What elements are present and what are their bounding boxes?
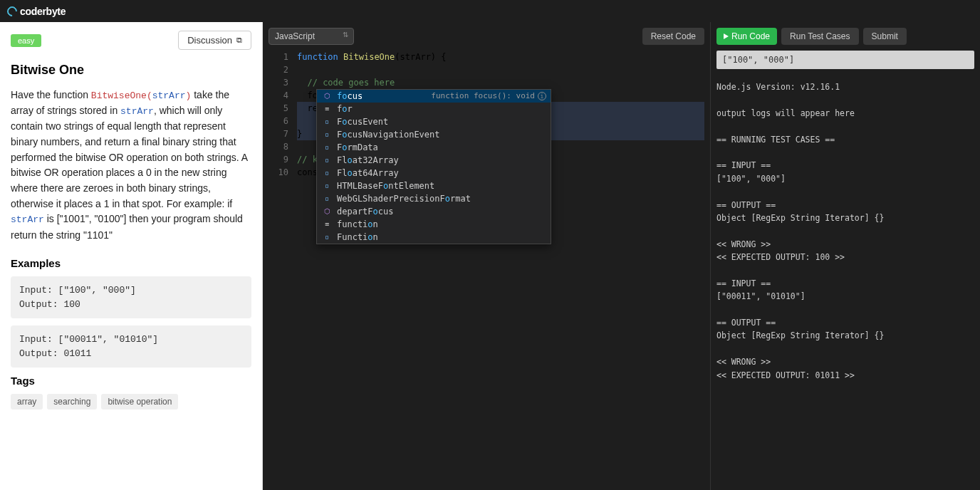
symbol-icon: ▫ <box>321 231 333 244</box>
line-gutter: 12345678910 <box>269 51 297 484</box>
symbol-icon: ▫ <box>321 128 333 141</box>
code-editor[interactable]: 12345678910 function BitwiseOne(strArr) … <box>269 51 704 484</box>
run-code-button[interactable]: Run Code <box>716 28 777 45</box>
test-input-box[interactable]: ["100", "000"] <box>716 51 974 69</box>
problem-title: Bitwise One <box>11 63 251 78</box>
play-icon <box>724 33 729 39</box>
autocomplete-item[interactable]: ▫FocusEvent <box>317 115 551 128</box>
reset-code-button[interactable]: Reset Code <box>642 28 704 45</box>
autocomplete-item[interactable]: ≡function <box>317 218 551 231</box>
run-tests-button[interactable]: Run Test Cases <box>781 28 859 45</box>
language-select[interactable]: JavaScript <box>269 28 354 45</box>
tag-item[interactable]: searching <box>47 394 97 410</box>
example-2: Input: ["00011", "01010"] Output: 01011 <box>11 325 251 368</box>
tag-item[interactable]: bitwise operation <box>101 394 178 410</box>
autocomplete-item[interactable]: ▫HTMLBaseFontElement <box>317 179 551 192</box>
info-icon[interactable]: i <box>538 92 546 100</box>
console-output: Node.js Version: v12.16.1 output logs wi… <box>716 80 974 382</box>
autocomplete-item[interactable]: ▫FormData <box>317 141 551 154</box>
example-1: Input: ["100", "000"] Output: 100 <box>11 276 251 318</box>
brand-text: coderbyte <box>20 6 66 17</box>
logo-icon <box>5 4 19 19</box>
submit-button[interactable]: Submit <box>863 28 907 45</box>
autocomplete-item[interactable]: ▫Float64Array <box>317 167 551 179</box>
autocomplete-hint: function focus(): void <box>424 90 535 103</box>
external-link-icon: ⧉ <box>236 36 242 45</box>
symbol-icon: ≡ <box>321 103 333 115</box>
autocomplete-item[interactable]: ⬡focusfunction focus(): voidi <box>317 90 551 103</box>
autocomplete-item[interactable]: ▫FocusNavigationEvent <box>317 128 551 141</box>
app-header: coderbyte <box>0 0 980 22</box>
autocomplete-popup[interactable]: ⬡focusfunction focus(): voidi ≡for ▫Focu… <box>316 89 551 244</box>
symbol-icon: ⬡ <box>321 205 333 218</box>
examples-heading: Examples <box>11 257 251 269</box>
output-panel: Run Code Run Test Cases Submit ["100", "… <box>711 22 980 490</box>
tags-heading: Tags <box>11 375 251 387</box>
difficulty-badge: easy <box>11 34 41 47</box>
discussion-button[interactable]: Discussion ⧉ <box>178 31 251 50</box>
problem-description: Have the function BitwiseOne(strArr) tak… <box>11 88 251 243</box>
autocomplete-item[interactable]: ▫WebGLShaderPrecisionFormat <box>317 192 551 205</box>
symbol-icon: ▫ <box>321 154 333 167</box>
symbol-icon: ⬡ <box>321 90 333 103</box>
run-label: Run Code <box>731 31 770 41</box>
tag-item[interactable]: array <box>11 394 43 410</box>
symbol-icon: ▫ <box>321 192 333 205</box>
symbol-icon: ▫ <box>321 179 333 192</box>
tags-container: array searching bitwise operation <box>11 394 251 410</box>
symbol-icon: ▫ <box>321 167 333 179</box>
discussion-label: Discussion <box>187 35 232 46</box>
code-area[interactable]: function BitwiseOne(strArr) { // code go… <box>297 51 704 484</box>
autocomplete-item[interactable]: ▫Float32Array <box>317 154 551 167</box>
autocomplete-item[interactable]: ≡for <box>317 103 551 115</box>
symbol-icon: ≡ <box>321 218 333 231</box>
brand-logo[interactable]: coderbyte <box>7 6 66 17</box>
autocomplete-item[interactable]: ▫Function <box>317 231 551 244</box>
editor-panel: JavaScript Reset Code 12345678910 functi… <box>263 22 711 490</box>
symbol-icon: ▫ <box>321 141 333 154</box>
autocomplete-item[interactable]: ⬡departFocus <box>317 205 551 218</box>
problem-panel: easy Discussion ⧉ Bitwise One Have the f… <box>0 22 263 490</box>
symbol-icon: ▫ <box>321 115 333 128</box>
